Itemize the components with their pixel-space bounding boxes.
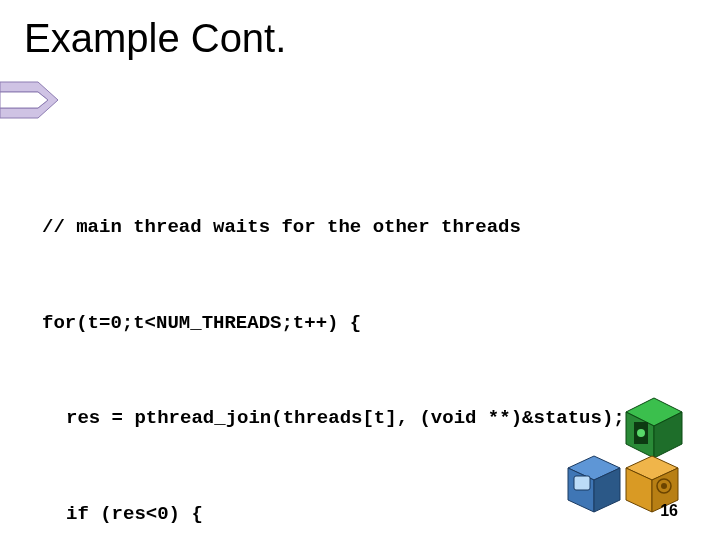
svg-rect-10: [574, 476, 590, 490]
svg-point-15: [661, 483, 667, 489]
code-line: for(t=0;t<NUM_THREADS;t++) {: [42, 308, 690, 340]
code-line: // main thread waits for the other threa…: [42, 212, 690, 244]
page-title: Example Cont.: [24, 16, 696, 61]
decorative-pointer-icon: [0, 78, 62, 122]
svg-point-6: [637, 429, 645, 437]
page-number: 16: [660, 502, 678, 520]
svg-marker-1: [0, 92, 48, 108]
